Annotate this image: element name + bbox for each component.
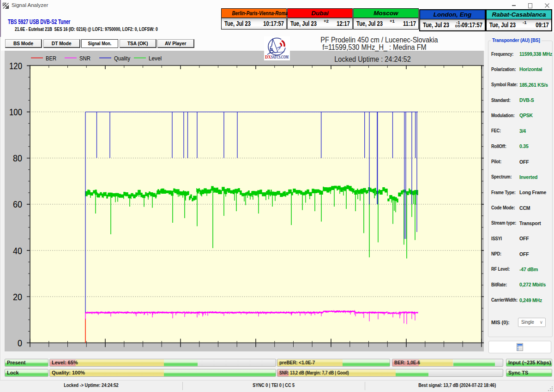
svg-text:Quality: Quality [114, 55, 131, 62]
svg-text:BER: BER [46, 55, 56, 62]
svg-text:SATCS.COM: SATCS.COM [271, 55, 289, 59]
svg-text:0: 0 [18, 338, 22, 348]
svg-text:40: 40 [13, 245, 22, 256]
svg-text:80: 80 [13, 153, 22, 163]
svg-text:60: 60 [13, 199, 22, 209]
svg-text:120: 120 [9, 60, 22, 71]
svg-text:20: 20 [13, 291, 22, 302]
svg-text:DX: DX [265, 55, 271, 59]
svg-text:Level: Level [149, 55, 162, 62]
svg-text:SNR: SNR [79, 55, 90, 62]
svg-text:100: 100 [9, 107, 22, 117]
